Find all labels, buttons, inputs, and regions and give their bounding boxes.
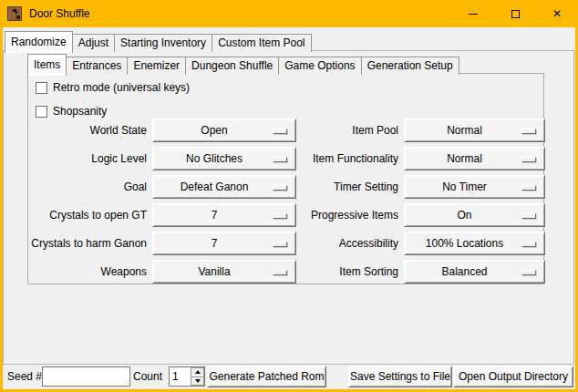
item-functionality-label: Item Functionality [302,147,398,170]
dropdown-indicator-icon [273,129,287,134]
seed-input[interactable] [42,366,130,387]
accessibility-dropdown[interactable]: 100% Locations [404,232,545,255]
progressive-items-dropdown[interactable]: On [404,203,545,227]
tab-entrances[interactable]: Entrances [66,57,128,75]
dropdown-indicator-icon [273,242,287,247]
items-tab-page: Retro mode (universal keys) Shopsanity W… [27,73,544,284]
dropdown-indicator-icon [521,242,536,247]
goal-value: Defeat Ganon [175,181,274,193]
weapons-value: Vanilla [192,265,255,278]
weapons-dropdown[interactable]: Vanilla [152,260,296,284]
sub-tab-bar: Items Entrances Enemizer Dungeon Shuffle… [27,53,459,75]
count-label: Count [133,366,162,387]
crystals-ganon-label: Crystals to harm Ganon [30,232,147,255]
progressive-items-label: Progressive Items [302,203,398,227]
accessibility-value: 100% Locations [420,237,529,250]
dropdown-indicator-icon [273,270,287,275]
close-icon: ✕ [552,8,562,19]
count-input[interactable] [170,367,191,386]
logic-level-label: Logic Level [30,147,147,170]
tab-items[interactable]: Items [27,54,67,76]
logic-level-dropdown[interactable]: No Glitches [152,147,296,170]
arrow-up-icon [195,370,201,374]
crystals-gt-value: 7 [206,209,243,222]
item-functionality-dropdown[interactable]: Normal [404,147,545,170]
titlebar: Door Shuffle ✕ [0,0,578,27]
app-window: Door Shuffle ✕ Randomize Adjust Starting… [0,0,578,392]
item-sorting-dropdown[interactable]: Balanced [404,260,545,284]
item-pool-value: Normal [441,124,508,137]
accessibility-label: Accessibility [302,232,398,255]
window-body: Randomize Adjust Starting Inventory Cust… [3,27,575,389]
goal-label: Goal [30,175,147,199]
item-pool-label: Item Pool [302,119,398,142]
crystals-gt-dropdown[interactable]: 7 [152,203,296,227]
minimize-icon [469,14,478,15]
crystals-gt-label: Crystals to open GT [30,203,147,227]
crystals-ganon-value: 7 [206,237,243,250]
dropdown-indicator-icon [273,157,287,162]
retro-mode-label: Retro mode (universal keys) [53,81,190,94]
tab-starting-inventory[interactable]: Starting Inventory [114,34,212,52]
shopsanity-option[interactable]: Shopsanity [36,104,107,119]
maximize-icon [511,10,520,18]
timer-setting-value: No Timer [437,181,512,193]
progressive-items-value: On [451,209,497,222]
arrow-down-icon [195,379,201,383]
tab-custom-item-pool[interactable]: Custom Item Pool [212,34,311,52]
item-sorting-label: Item Sorting [302,260,398,284]
shopsanity-checkbox[interactable] [36,106,47,118]
timer-setting-label: Timer Setting [302,175,398,199]
caption-buttons: ✕ [452,0,578,27]
world-state-dropdown[interactable]: Open [152,119,296,142]
tab-dungeon-shuffle[interactable]: Dungeon Shuffle [185,57,279,75]
dropdown-indicator-icon [521,213,536,219]
count-spin-arrows [191,367,204,386]
dropdown-indicator-icon [521,270,536,275]
generate-patched-rom-button[interactable]: Generate Patched Rom [207,366,326,387]
dropdown-indicator-icon [273,213,287,219]
count-spin-down-button[interactable] [191,377,204,387]
tab-game-options[interactable]: Game Options [278,57,361,75]
dropdown-indicator-icon [521,157,536,162]
maximize-button[interactable] [494,0,536,27]
dropdown-indicator-icon [273,185,287,191]
window-title: Door Shuffle [29,7,90,20]
seed-label: Seed # [7,366,42,387]
retro-mode-checkbox[interactable] [36,82,47,94]
item-sorting-value: Balanced [436,265,512,278]
dropdown-indicator-icon [521,185,536,191]
logic-level-value: No Glitches [181,152,268,165]
crystals-ganon-dropdown[interactable]: 7 [152,232,296,255]
world-state-value: Open [195,124,253,137]
save-settings-button[interactable]: Save Settings to File [348,366,452,387]
shopsanity-label: Shopsanity [53,105,107,118]
tab-adjust[interactable]: Adjust [72,34,115,52]
item-pool-dropdown[interactable]: Normal [404,119,545,142]
retro-mode-option[interactable]: Retro mode (universal keys) [36,80,190,95]
world-state-label: World State [30,119,147,142]
tab-randomize[interactable]: Randomize [5,31,73,53]
weapons-label: Weapons [30,260,147,284]
tab-enemizer[interactable]: Enemizer [127,57,186,75]
tab-generation-setup[interactable]: Generation Setup [361,57,459,75]
main-tab-bar: Randomize Adjust Starting Inventory Cust… [5,30,311,52]
item-functionality-value: Normal [441,152,508,165]
door-app-icon [7,6,22,21]
goal-dropdown[interactable]: Defeat Ganon [152,175,296,199]
open-output-directory-button[interactable]: Open Output Directory [453,366,573,387]
dropdown-indicator-icon [521,129,536,134]
close-button[interactable]: ✕ [536,0,578,27]
timer-setting-dropdown[interactable]: No Timer [404,175,545,199]
count-spinbox[interactable] [169,366,205,387]
settings-grid: World State Open Item Pool Normal Logic … [28,119,545,284]
minimize-button[interactable] [452,0,494,27]
